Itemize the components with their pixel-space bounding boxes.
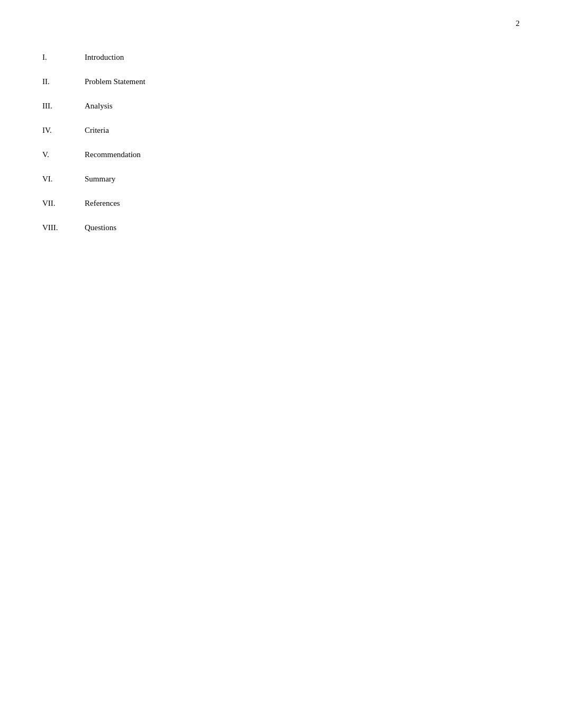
toc-numeral: VIII. xyxy=(42,223,85,248)
toc-title: Questions xyxy=(85,223,146,248)
toc-numeral: IV. xyxy=(42,126,85,150)
toc-numeral: V. xyxy=(42,150,85,175)
toc-numeral: VII. xyxy=(42,199,85,223)
toc-row: III.Analysis xyxy=(42,102,146,126)
toc-title: Analysis xyxy=(85,102,146,126)
toc-numeral: III. xyxy=(42,102,85,126)
toc-row: VI.Summary xyxy=(42,175,146,199)
table-of-contents: I.IntroductionII.Problem StatementIII.An… xyxy=(42,53,146,248)
toc-row: I.Introduction xyxy=(42,53,146,77)
toc-numeral: VI. xyxy=(42,175,85,199)
toc-title: Recommendation xyxy=(85,150,146,175)
page-number: 2 xyxy=(516,19,520,28)
toc-numeral: II. xyxy=(42,77,85,102)
toc-row: VIII.Questions xyxy=(42,223,146,248)
toc-row: V.Recommendation xyxy=(42,150,146,175)
page: 2 I.IntroductionII.Problem StatementIII.… xyxy=(0,0,562,728)
toc-numeral: I. xyxy=(42,53,85,77)
toc-title: References xyxy=(85,199,146,223)
toc-row: II.Problem Statement xyxy=(42,77,146,102)
toc-title: Summary xyxy=(85,175,146,199)
toc-title: Introduction xyxy=(85,53,146,77)
toc-title: Criteria xyxy=(85,126,146,150)
toc-row: IV.Criteria xyxy=(42,126,146,150)
toc-row: VII.References xyxy=(42,199,146,223)
toc-title: Problem Statement xyxy=(85,77,146,102)
